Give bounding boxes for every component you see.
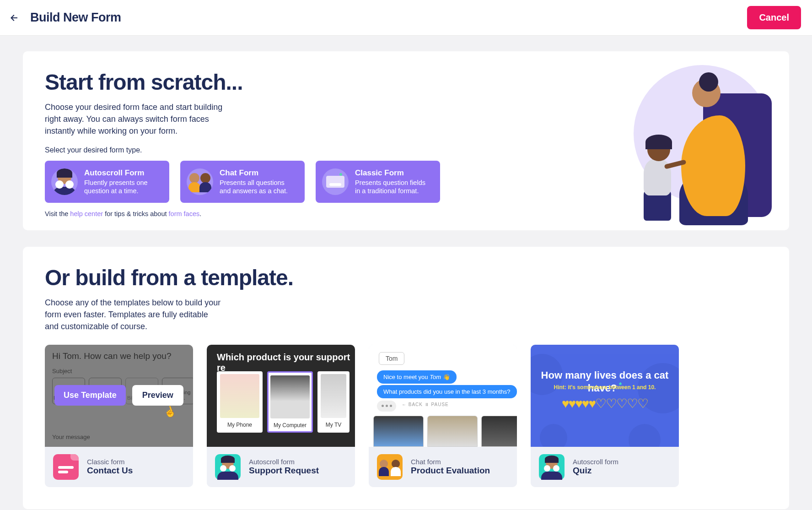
template-footer: Autoscroll form Quiz — [531, 447, 679, 487]
help-center-link[interactable]: help center — [70, 210, 103, 217]
template-title: Product Evaluation — [411, 466, 490, 476]
template-card-product-evaluation[interactable]: Tom Nice to meet you Tom 👋 What products… — [369, 345, 517, 487]
template-preview: Which product is your support re My Phon… — [207, 345, 355, 447]
template-preview: How many lives does a cat have? * Hint: … — [531, 345, 679, 447]
form-type-title: Chat Form — [220, 168, 296, 178]
template-footer-text: Autoscroll form Support Request — [249, 458, 319, 476]
bubble-name: Tom — [430, 374, 441, 380]
bubble-emoji: 👋 — [441, 374, 450, 380]
footnote-text: Visit the — [45, 210, 70, 217]
form-type-desc: Presents all questions and answers as a … — [220, 179, 296, 195]
form-faces-link[interactable]: form faces — [169, 210, 200, 217]
template-category: Chat form — [411, 458, 490, 466]
back-arrow-button[interactable] — [8, 12, 20, 24]
templates-grid: Hi Tom. How can we help you? Subject Dai… — [45, 345, 767, 487]
scratch-lead: Choose your desired form face and start … — [45, 101, 223, 137]
header-left: Build New Form — [8, 11, 121, 25]
preview-chat-bubble: Nice to meet you Tom 👋 — [377, 370, 457, 384]
footnote-text: . — [199, 210, 201, 217]
arrow-left-icon — [9, 12, 20, 23]
computer-image-icon — [270, 375, 310, 418]
scratch-select-hint: Select your desired form type. — [45, 146, 767, 154]
template-category: Autoscroll form — [249, 458, 319, 466]
template-footer: Autoscroll form Support Request — [207, 447, 355, 487]
product-label: My Phone — [227, 422, 252, 428]
preview-hint: Hint: it's somewhere between 1 and 10. — [531, 384, 679, 391]
use-template-button[interactable]: Use Template — [54, 385, 126, 406]
templates-heading: Or build from a template. — [45, 265, 767, 290]
template-card-quiz[interactable]: How many lives does a cat have? * Hint: … — [531, 345, 679, 487]
template-preview: Hi Tom. How can we help you? Subject Dai… — [45, 345, 193, 447]
scratch-panel: Start from scratch... Choose your desire… — [23, 51, 789, 230]
header-bar: Build New Form Cancel — [0, 0, 812, 36]
typing-indicator-icon — [377, 401, 396, 412]
classic-icon — [322, 168, 349, 195]
preview-chat-bubble: What products did you use in the last 3 … — [377, 385, 517, 398]
preview-products: My Phone My Computer My TV — [217, 371, 350, 433]
page-content: Start from scratch... Choose your desire… — [0, 36, 812, 510]
preview-nav-hint: ← BACK ⏸ PAUSE — [402, 402, 449, 407]
form-type-row: Autoscroll Form Fluently presents one qu… — [45, 161, 767, 203]
product-thumb-icon — [481, 416, 517, 447]
template-title: Quiz — [573, 466, 618, 476]
cancel-button[interactable]: Cancel — [747, 6, 801, 29]
autoscroll-icon — [51, 168, 78, 195]
templates-lead: Choose any of the templates below to bui… — [45, 297, 223, 332]
template-hover-actions: Use Template Preview — [45, 385, 193, 406]
product-label: My Computer — [274, 422, 307, 429]
form-type-title: Classic Form — [355, 168, 432, 178]
heart-empty-icon: ♡♡♡♡♡ — [595, 396, 648, 411]
classic-form-icon — [53, 454, 79, 480]
scratch-footnote: Visit the help center for tips & tricks … — [45, 210, 767, 217]
preview-headline: Which product is your support re — [217, 352, 355, 373]
form-type-title: Autoscroll Form — [84, 168, 161, 178]
form-type-text: Chat Form Presents all questions and ans… — [220, 168, 296, 195]
heart-filled-icon: ♥♥♥♥♥ — [562, 396, 595, 411]
preview-template-button[interactable]: Preview — [132, 385, 183, 406]
template-category: Autoscroll form — [573, 458, 618, 466]
template-footer: Classic form Contact Us — [45, 447, 193, 487]
product-thumb-icon — [427, 416, 478, 447]
autoscroll-form-icon — [215, 454, 241, 480]
tv-image-icon — [321, 374, 346, 418]
bubble-text: Nice to meet you — [383, 374, 430, 380]
product-label: My TV — [326, 422, 341, 428]
preview-product: My Computer — [267, 371, 313, 433]
template-title: Support Request — [249, 466, 319, 476]
form-type-chat[interactable]: Chat Form Presents all questions and ans… — [180, 161, 305, 203]
preview-name-chip: Tom — [379, 352, 404, 365]
scratch-heading: Start from scratch... — [45, 70, 767, 95]
template-footer: Chat form Product Evaluation — [369, 447, 517, 487]
form-type-text: Classic Form Presents question fields in… — [355, 168, 432, 195]
chat-form-icon — [377, 454, 403, 480]
template-footer-text: Autoscroll form Quiz — [573, 458, 618, 476]
template-preview: Tom Nice to meet you Tom 👋 What products… — [369, 345, 517, 447]
form-type-desc: Fluently presents one question at a time… — [84, 179, 161, 195]
product-thumb-icon — [373, 416, 424, 447]
preview-product: My TV — [317, 371, 350, 433]
template-category: Classic form — [87, 458, 133, 466]
templates-panel: Or build from a template. Choose any of … — [23, 247, 789, 509]
template-footer-text: Chat form Product Evaluation — [411, 458, 490, 476]
preview-hearts: ♥♥♥♥♥♡♡♡♡♡ — [531, 396, 679, 411]
preview-product: My Phone — [217, 371, 263, 433]
chat-icon — [187, 168, 213, 195]
template-title: Contact Us — [87, 466, 133, 476]
template-card-support-request[interactable]: Which product is your support re My Phon… — [207, 345, 355, 487]
preview-question: How many lives does a cat have? * — [531, 369, 679, 394]
phone-image-icon — [220, 374, 259, 418]
template-card-contact-us[interactable]: Hi Tom. How can we help you? Subject Dai… — [45, 345, 193, 487]
form-type-text: Autoscroll Form Fluently presents one qu… — [84, 168, 161, 195]
form-type-desc: Presents question fields in a traditiona… — [355, 179, 432, 195]
footnote-text: for tips & tricks about — [103, 210, 168, 217]
preview-product-thumbs — [373, 416, 517, 447]
form-type-classic[interactable]: Classic Form Presents question fields in… — [316, 161, 440, 203]
form-type-autoscroll[interactable]: Autoscroll Form Fluently presents one qu… — [45, 161, 169, 203]
template-footer-text: Classic form Contact Us — [87, 458, 133, 476]
autoscroll-form-icon — [539, 454, 565, 480]
page-title: Build New Form — [30, 11, 121, 25]
